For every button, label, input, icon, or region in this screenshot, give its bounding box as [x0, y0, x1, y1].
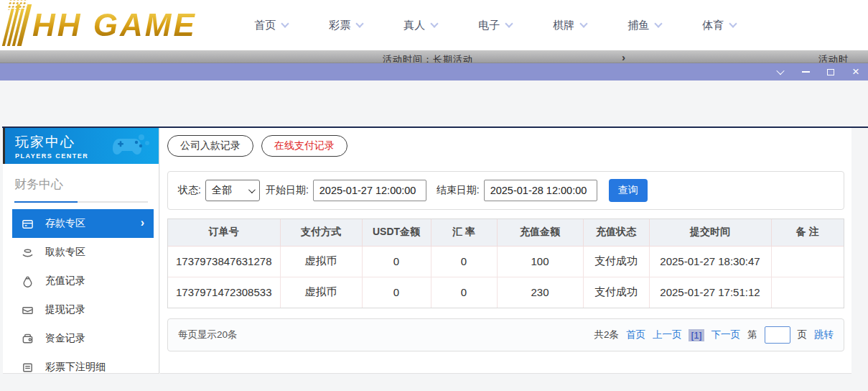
cell-exchange-rate: 0 [431, 246, 497, 277]
sidebar-item-recharge-record[interactable]: 充值记录 [3, 267, 159, 295]
sidebar-section-underline [14, 201, 148, 203]
tab-company-deposit-record[interactable]: 公司入款记录 [167, 135, 253, 157]
col-recharge-amount: 充值金额 [497, 219, 583, 246]
chevron-down-icon [431, 19, 439, 27]
sidebar-item-deposit[interactable]: 存款专区 › [12, 209, 154, 238]
chevron-down-icon [580, 19, 588, 27]
pagination-controls: 共2条 首页 上一页 [1] 下一页 第 页 跳转 [594, 326, 834, 344]
cell-recharge-amount: 100 [497, 246, 583, 277]
select-caret-icon [248, 186, 256, 193]
sidebar-item-label: 资金记录 [45, 332, 85, 345]
table-row: 1737971472308533 虚拟币 0 0 230 支付成功 2025-0… [168, 277, 844, 308]
nav-item-home[interactable]: 首页 [234, 19, 309, 32]
logo-bars-decoration [2, 4, 32, 46]
gamepad-icon [110, 133, 150, 159]
funds-record-icon [22, 333, 36, 345]
maximize-icon[interactable] [826, 67, 836, 77]
nav-item-label: 体育 [702, 19, 724, 32]
total-count-text: 共2条 [594, 328, 619, 341]
collapse-icon[interactable] [775, 67, 785, 77]
end-date-label: 结束日期: [437, 184, 480, 197]
background-clipped-text: 活动时间：长期活动 [818, 53, 868, 63]
col-payment-method: 支付方式 [280, 219, 362, 246]
main-content: 公司入款记录 在线支付记录 状态: 全部 开始日期: 结束日期: 查询 订单号 … [160, 128, 851, 374]
sidebar-item-label: 存款专区 [45, 217, 85, 230]
nav-item-label: 棋牌 [553, 19, 574, 32]
sidebar-item-label: 充值记录 [45, 275, 85, 288]
sidebar-item-withdraw-record[interactable]: 提现记录 [3, 295, 159, 324]
records-table: 订单号 支付方式 USDT金额 汇 率 充值金额 充值状态 提交时间 备 注 1… [168, 219, 844, 308]
chevron-down-icon [729, 19, 737, 27]
end-date-input[interactable] [484, 180, 597, 201]
chevron-down-icon [505, 19, 513, 27]
nav-item-slots[interactable]: 电子 [458, 19, 533, 32]
start-date-input[interactable] [313, 180, 426, 201]
chevron-right-icon: › [141, 216, 144, 229]
jump-page-input[interactable] [765, 326, 790, 344]
pagination-bar: 每页显示20条 共2条 首页 上一页 [1] 下一页 第 页 跳转 [167, 318, 844, 351]
jump-suffix-label: 页 [798, 328, 808, 341]
cell-recharge-amount: 230 [497, 277, 583, 308]
sidebar-menu: 存款专区 › 取款专区 充值记录 提现记录 资金记录 [3, 209, 159, 382]
withdraw-record-icon [22, 304, 36, 316]
sidebar-item-label: 彩票下注明细 [45, 361, 106, 374]
chevron-down-icon [281, 19, 289, 27]
nav-item-label: 首页 [254, 19, 276, 32]
table-row: 1737973847631278 虚拟币 0 0 100 支付成功 2025-0… [168, 246, 844, 277]
current-page-indicator: [1] [689, 329, 704, 341]
cell-recharge-status: 支付成功 [583, 246, 649, 277]
background-arrow-icon: › [622, 51, 625, 63]
window-titlebar[interactable]: × [0, 63, 868, 80]
nav-item-label: 真人 [403, 19, 425, 32]
cell-submit-time: 2025-01-27 18:30:47 [649, 246, 771, 277]
col-usdt-amount: USDT金额 [362, 219, 431, 246]
col-recharge-status: 充值状态 [583, 219, 649, 246]
query-button[interactable]: 查询 [609, 179, 648, 202]
sidebar-header: 玩家中心 PLAYERS CENTER [3, 128, 159, 164]
first-page-link[interactable]: 首页 [626, 328, 645, 341]
col-submit-time: 提交时间 [649, 219, 771, 246]
nav-item-boardgames[interactable]: 棋牌 [533, 19, 607, 32]
nav-item-label: 彩票 [329, 19, 350, 32]
nav-item-live[interactable]: 真人 [383, 19, 458, 32]
minimize-icon[interactable] [801, 67, 811, 77]
cell-submit-time: 2025-01-27 17:51:12 [649, 277, 771, 308]
records-table-wrap: 订单号 支付方式 USDT金额 汇 率 充值金额 充值状态 提交时间 备 注 1… [167, 218, 844, 308]
jump-button[interactable]: 跳转 [814, 328, 834, 341]
lottery-detail-icon [22, 362, 36, 374]
sidebar-item-withdraw[interactable]: 取款专区 [3, 238, 159, 267]
cell-payment-method: 虚拟币 [280, 246, 362, 277]
nav-item-sports[interactable]: 体育 [682, 19, 757, 32]
cell-recharge-status: 支付成功 [583, 277, 649, 308]
main-menu: 首页 彩票 真人 电子 棋牌 捕鱼 体育 [234, 19, 757, 32]
col-exchange-rate: 汇 率 [431, 219, 497, 246]
sidebar-item-funds-record[interactable]: 资金记录 [3, 324, 159, 353]
cell-usdt-amount: 0 [362, 277, 431, 308]
col-remark: 备 注 [771, 219, 844, 246]
cell-remark [771, 246, 844, 277]
table-header-row: 订单号 支付方式 USDT金额 汇 率 充值金额 充值状态 提交时间 备 注 [168, 219, 844, 246]
sidebar-item-label: 提现记录 [45, 303, 85, 316]
logo[interactable]: HH GAME [7, 4, 197, 46]
background-page-strip: 活动时间：长期活动 › 活动时间：长期活动 [0, 50, 868, 63]
nav-item-lottery[interactable]: 彩票 [309, 19, 383, 32]
col-order-id: 订单号 [168, 219, 280, 246]
tab-online-payment-record[interactable]: 在线支付记录 [261, 135, 347, 157]
nav-item-fishing[interactable]: 捕鱼 [607, 19, 682, 32]
sidebar-section-label: 财务中心 [14, 176, 159, 193]
cell-remark [771, 277, 844, 308]
status-select[interactable]: 全部 [205, 180, 260, 201]
status-select-value: 全部 [212, 184, 232, 197]
chevron-down-icon [655, 19, 663, 27]
cell-payment-method: 虚拟币 [280, 277, 362, 308]
prev-page-link[interactable]: 上一页 [653, 328, 682, 341]
chevron-down-icon [356, 19, 364, 27]
next-page-link[interactable]: 下一页 [711, 328, 741, 341]
sidebar-item-lottery-detail[interactable]: 彩票下注明细 [3, 353, 159, 382]
nav-item-label: 捕鱼 [627, 19, 649, 32]
cell-order-id: 1737971472308533 [168, 277, 280, 308]
cell-exchange-rate: 0 [431, 277, 497, 308]
close-icon[interactable]: × [851, 67, 861, 77]
record-tabs: 公司入款记录 在线支付记录 [167, 135, 844, 157]
logo-text: HH GAME [32, 7, 197, 43]
